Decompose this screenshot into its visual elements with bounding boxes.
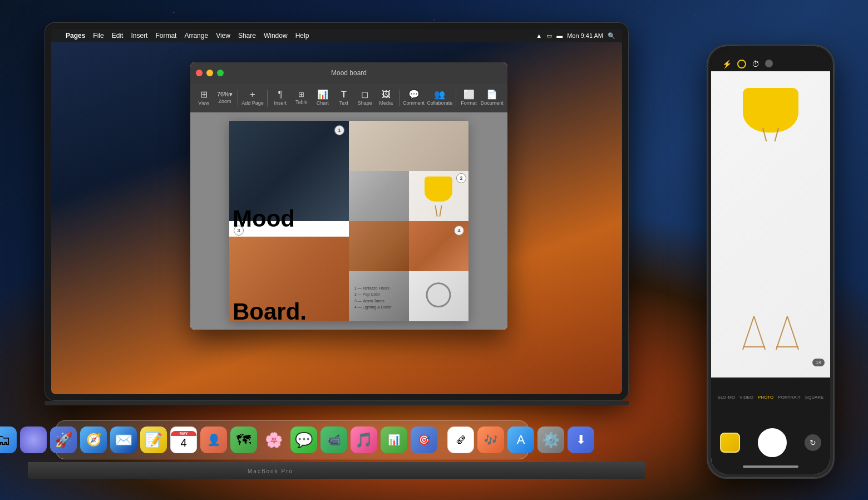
toolbar-shape[interactable]: ◻ Shape: [355, 88, 375, 108]
format-icon: ⬜: [463, 90, 475, 99]
text-icon: T: [341, 90, 347, 99]
dock-contacts[interactable]: 👤: [200, 427, 227, 453]
dock-mail[interactable]: ✉️: [110, 427, 137, 453]
document-label: Document: [481, 100, 504, 106]
dock-finder[interactable]: 🗂: [0, 427, 17, 453]
toolbar-comment[interactable]: 💬 Comment: [402, 88, 426, 108]
close-button[interactable]: [196, 70, 203, 76]
menu-help[interactable]: Help: [295, 32, 309, 40]
dock-safari[interactable]: 🧭: [80, 427, 107, 453]
camera-shutter-button[interactable]: [758, 428, 787, 457]
toolbar-chart[interactable]: 📊 Chart: [313, 88, 333, 108]
flash-icon[interactable]: ⚡: [722, 60, 732, 68]
toolbar-divider-4: [456, 90, 456, 106]
chair-legs: [436, 205, 441, 217]
toolbar-collaborate[interactable]: 👥 Collaborate: [427, 88, 453, 108]
iphone-body: ⚡ ⏱: [707, 45, 835, 479]
iphone: ⚡ ⏱: [707, 45, 835, 479]
toolbar-table[interactable]: ⊞ Table: [292, 89, 312, 107]
shape-label: Shape: [358, 100, 372, 106]
comment-label: Comment: [403, 100, 425, 106]
battery-icon: ▬: [556, 32, 563, 39]
toolbar-divider-3: [399, 90, 400, 106]
toolbar-text[interactable]: T Text: [334, 88, 354, 108]
menu-file[interactable]: File: [93, 32, 103, 40]
spotlight-icon[interactable]: 🔍: [608, 32, 615, 40]
add-page-label: Add Page: [241, 100, 264, 106]
document-icon: 📄: [486, 90, 497, 99]
macbook: Pages File Edit Insert Format Arrange Vi…: [45, 22, 657, 479]
dock-notes[interactable]: 📝: [140, 427, 167, 453]
dock-calendar[interactable]: MAY 4: [170, 427, 197, 453]
dock-settings[interactable]: ⚙️: [537, 427, 564, 453]
dock-news[interactable]: 🗞: [447, 427, 474, 453]
filters-icon[interactable]: [765, 60, 773, 67]
window-title: Mood board: [331, 69, 367, 77]
menu-window[interactable]: Window: [264, 32, 288, 40]
menu-edit[interactable]: Edit: [112, 32, 124, 40]
toolbar-media[interactable]: 🖼 Media: [376, 88, 396, 108]
camera-flip-button[interactable]: ↻: [805, 434, 821, 451]
pages-window: Mood board ⊞ View 76%▾ Zoom + Add: [190, 62, 507, 330]
toolbar-format[interactable]: ⬜ Format: [459, 88, 479, 108]
toolbar-insert[interactable]: ¶ Insert: [270, 88, 290, 108]
text-label: Text: [339, 100, 349, 106]
mode-photo[interactable]: PHOTO: [758, 395, 773, 400]
dock-maps[interactable]: 🗺: [230, 427, 257, 453]
dock-messages[interactable]: 💬: [290, 427, 317, 453]
dock-download[interactable]: ⬇: [568, 427, 594, 453]
mirror-shape: [426, 282, 451, 307]
dock-keynote[interactable]: 🎯: [411, 427, 437, 453]
svg-line-3: [787, 316, 798, 350]
zoom-badge[interactable]: 1×: [812, 359, 825, 366]
timer-icon[interactable]: ⏱: [752, 60, 760, 68]
camera-modes: SLO-MO VIDEO PHOTO PORTRAIT SQUARE: [718, 395, 824, 400]
list-item-2: 2 — Pop Color: [354, 291, 392, 297]
dock-numbers[interactable]: 📊: [381, 427, 407, 453]
dock-music[interactable]: 🎶: [477, 427, 504, 453]
badge-4: 4: [454, 226, 464, 236]
menu-bar: Pages File Edit Insert Format Arrange Vi…: [51, 29, 622, 42]
dock-photos[interactable]: 🌸: [260, 427, 287, 453]
toolbar-zoom[interactable]: 76%▾ Zoom: [215, 89, 235, 106]
menu-share[interactable]: Share: [238, 32, 256, 40]
chair-eiffel-legs: [737, 316, 804, 350]
macbook-hinge: [45, 401, 629, 405]
list-item-4: 4 — Lighting & Decor: [354, 304, 392, 310]
mode-portrait[interactable]: PORTRAIT: [778, 395, 800, 400]
dock-appstore[interactable]: A: [507, 427, 534, 453]
toolbar-view[interactable]: ⊞ View: [194, 88, 214, 108]
mode-square[interactable]: SQUARE: [805, 395, 824, 400]
menu-pages[interactable]: Pages: [66, 32, 85, 40]
table-icon: ⊞: [298, 91, 304, 98]
live-photo-icon[interactable]: [737, 60, 746, 68]
menu-arrange[interactable]: Arrange: [184, 32, 208, 40]
menu-view[interactable]: View: [216, 32, 230, 40]
mode-video[interactable]: VIDEO: [739, 395, 753, 400]
camera-thumbnail[interactable]: [720, 433, 740, 453]
home-indicator[interactable]: [743, 465, 798, 468]
svg-line-2: [776, 316, 787, 350]
toolbar-add-page[interactable]: + Add Page: [241, 88, 264, 108]
add-page-icon: +: [250, 90, 255, 99]
dock-facetime[interactable]: 📹: [320, 427, 347, 453]
menu-bar-right: ▲ ▭ ▬ Mon 9:41 AM 🔍: [536, 32, 615, 40]
collaborate-icon: 👥: [434, 90, 445, 99]
view-icon: ⊞: [200, 90, 208, 99]
dock-launchpad[interactable]: 🚀: [50, 427, 77, 453]
svg-line-0: [743, 316, 754, 350]
toolbar-divider-2: [267, 90, 268, 106]
iphone-screen: ⚡ ⏱: [711, 49, 830, 474]
minimize-button[interactable]: [206, 70, 213, 76]
maximize-button[interactable]: [217, 70, 224, 76]
document-page: 1: [229, 121, 468, 321]
comment-icon: 💬: [408, 90, 420, 99]
dock-itunes[interactable]: 🎵: [351, 427, 377, 453]
mode-slomo[interactable]: SLO-MO: [718, 395, 736, 400]
dock-siri[interactable]: [20, 427, 47, 453]
yellow-chair-seat: [425, 177, 452, 202]
menu-format[interactable]: Format: [155, 32, 176, 40]
insert-icon: ¶: [278, 90, 283, 99]
toolbar-document[interactable]: 📄 Document: [480, 88, 504, 108]
menu-insert[interactable]: Insert: [131, 32, 147, 40]
